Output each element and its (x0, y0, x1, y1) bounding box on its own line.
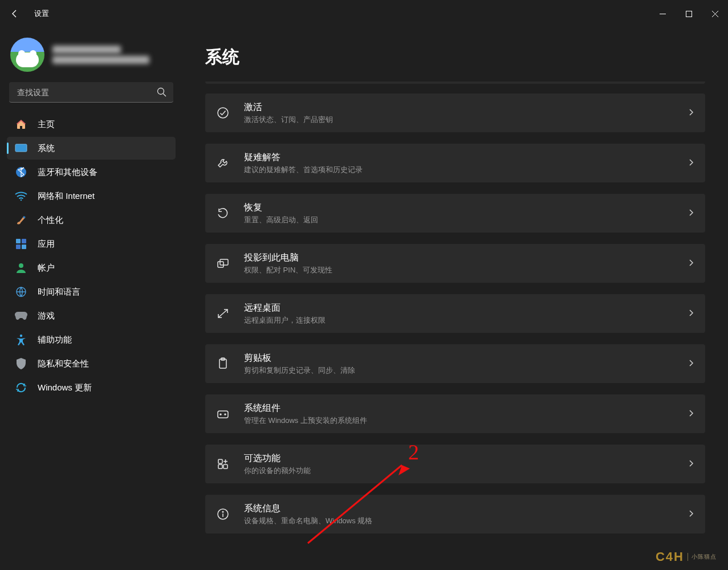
nav-label: 个性化 (38, 215, 63, 226)
annotation-arrow-1: 1 (182, 124, 200, 250)
card-sub: 设备规格、重命名电脑、Windows 规格 (244, 516, 673, 526)
nav-bluetooth[interactable]: 蓝牙和其他设备 (7, 161, 176, 184)
card-sub: 你的设备的额外功能 (244, 466, 673, 476)
close-button[interactable] (702, 5, 728, 23)
clipboard-icon (215, 356, 230, 371)
card-sub: 管理在 Windows 上预安装的系统组件 (244, 416, 673, 426)
svg-point-5 (21, 199, 22, 201)
accessibility-icon (15, 333, 27, 346)
minimize-button[interactable] (649, 5, 676, 23)
svg-point-25 (222, 511, 223, 512)
titlebar: 设置 (0, 0, 728, 27)
card-title: 剪贴板 (244, 352, 673, 364)
card-optional-features[interactable]: 可选功能你的设备的额外功能 (205, 445, 705, 483)
nav-label: 隐私和安全性 (38, 359, 89, 369)
nav-time-language[interactable]: 时间和语言 (7, 280, 176, 303)
apps-icon (15, 238, 27, 250)
wifi-icon (15, 190, 27, 202)
checkmark-circle-icon (215, 105, 230, 120)
svg-rect-21 (218, 459, 222, 463)
card-activation[interactable]: 激活激活状态、订阅、产品密钥 (205, 93, 705, 132)
watermark-sub: 小陈猫点 (688, 553, 717, 561)
card-sub: 权限、配对 PIN、可发现性 (244, 265, 673, 275)
card-remote-desktop[interactable]: 远程桌面远程桌面用户，连接权限 (205, 294, 705, 333)
nav-home[interactable]: 主页 (7, 113, 176, 136)
nav-label: Windows 更新 (38, 382, 92, 393)
nav-label: 帐户 (38, 263, 55, 274)
svg-rect-23 (223, 465, 227, 469)
nav-label: 主页 (38, 119, 55, 130)
nav-label: 蓝牙和其他设备 (38, 167, 97, 178)
svg-rect-2 (15, 144, 27, 152)
project-icon (215, 256, 230, 271)
person-icon (15, 262, 27, 274)
svg-point-20 (225, 414, 226, 415)
home-icon (15, 118, 27, 131)
nav-privacy[interactable]: 隐私和安全性 (7, 352, 176, 375)
chevron-right-icon (687, 108, 695, 118)
card-recovery[interactable]: 恢复重置、高级启动、返回 (205, 194, 705, 233)
svg-rect-15 (218, 262, 223, 267)
maximize-button[interactable] (676, 5, 702, 23)
svg-rect-18 (218, 411, 228, 418)
nav-network[interactable]: 网络和 Internet (7, 185, 176, 207)
search-input[interactable] (9, 82, 173, 103)
card-sub: 重置、高级启动、返回 (244, 215, 673, 225)
info-icon (215, 507, 230, 522)
svg-rect-14 (220, 259, 228, 265)
card-title: 系统信息 (244, 503, 673, 515)
nav-label: 游戏 (38, 311, 55, 321)
search-icon (157, 87, 166, 99)
watermark-main: C4H (656, 549, 684, 564)
remote-desktop-icon (215, 306, 230, 321)
svg-rect-7 (22, 239, 26, 243)
nav-label: 应用 (38, 239, 55, 250)
card-title: 激活 (244, 101, 673, 113)
avatar (10, 38, 44, 72)
nav-label: 时间和语言 (38, 287, 80, 298)
back-button[interactable] (9, 8, 21, 19)
chevron-right-icon (687, 359, 695, 369)
nav-label: 系统 (38, 143, 55, 154)
nav-windows-update[interactable]: Windows 更新 (7, 376, 176, 399)
card-title: 可选功能 (244, 453, 673, 465)
card-troubleshoot[interactable]: 疑难解答建议的疑难解答、首选项和历史记录 (205, 144, 705, 182)
svg-rect-6 (16, 239, 21, 243)
bluetooth-icon (15, 166, 27, 178)
svg-rect-9 (22, 245, 26, 249)
svg-rect-22 (218, 465, 222, 469)
wrench-icon (215, 156, 230, 170)
chevron-right-icon (687, 259, 695, 268)
card-about[interactable]: 系统信息设备规格、重命名电脑、Windows 规格 (205, 495, 705, 534)
card-system-components[interactable]: 系统组件管理在 Windows 上预安装的系统组件 (205, 394, 705, 433)
nav-system[interactable]: 系统 (7, 137, 176, 160)
apps-plus-icon (215, 457, 230, 471)
shield-icon (15, 357, 27, 370)
card-sub: 剪切和复制历史记录、同步、清除 (244, 365, 673, 376)
card-project[interactable]: 投影到此电脑权限、配对 PIN、可发现性 (205, 244, 705, 283)
svg-point-19 (220, 414, 221, 415)
svg-rect-8 (16, 245, 21, 249)
arrow-left-icon (10, 9, 19, 18)
paintbrush-icon (15, 214, 27, 226)
maximize-icon (686, 11, 692, 17)
chevron-right-icon (687, 510, 695, 519)
components-icon (215, 406, 230, 421)
nav-accounts[interactable]: 帐户 (7, 256, 176, 279)
card-title: 疑难解答 (244, 152, 673, 164)
nav-gaming[interactable]: 游戏 (7, 304, 176, 327)
user-account-block[interactable] (6, 32, 177, 82)
card-sliver (205, 82, 705, 84)
watermark: C4H 小陈猫点 (656, 549, 717, 564)
recovery-icon (215, 206, 230, 221)
card-title: 系统组件 (244, 402, 673, 414)
card-clipboard[interactable]: 剪贴板剪切和复制历史记录、同步、清除 (205, 344, 705, 383)
nav-personalization[interactable]: 个性化 (7, 209, 176, 231)
svg-point-12 (20, 335, 22, 337)
nav-accessibility[interactable]: 辅助功能 (7, 328, 176, 351)
card-sub: 建议的疑难解答、首选项和历史记录 (244, 165, 673, 175)
gamepad-icon (15, 310, 27, 322)
chevron-right-icon (687, 158, 695, 168)
svg-point-1 (158, 88, 164, 95)
nav-apps[interactable]: 应用 (7, 233, 176, 255)
